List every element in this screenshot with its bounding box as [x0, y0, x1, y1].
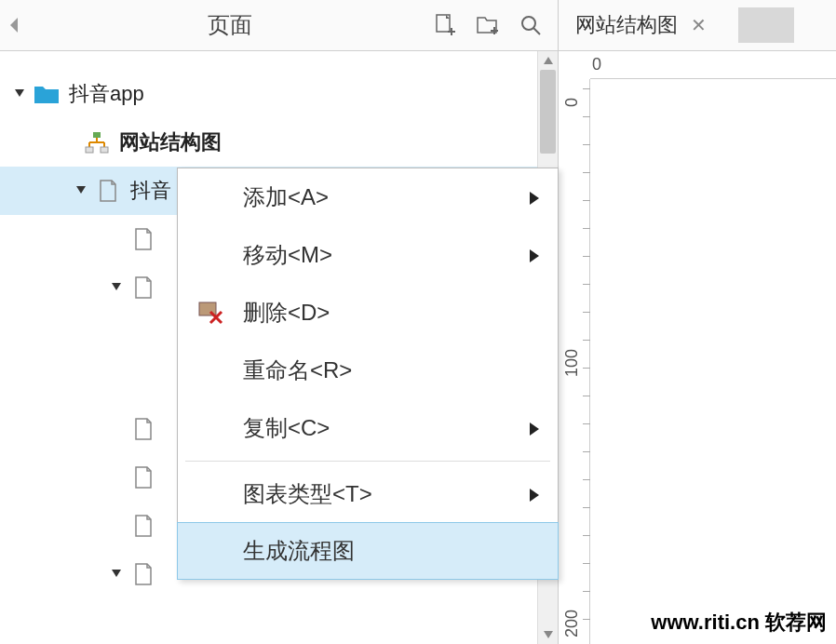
watermark-text: www.riti.cn 软荐网 [651, 609, 827, 637]
page-icon [130, 226, 156, 252]
tree-item-label: 网站结构图 [119, 128, 222, 156]
svg-rect-9 [93, 132, 101, 138]
svg-rect-15 [101, 147, 108, 153]
svg-marker-19 [544, 57, 553, 64]
svg-rect-14 [86, 147, 93, 153]
tree-sitemap-item[interactable]: 网站结构图 [0, 118, 558, 167]
panel-collapse-arrow[interactable] [0, 16, 28, 34]
svg-marker-22 [530, 249, 539, 262]
menu-move[interactable]: 移动<M> [178, 226, 558, 284]
svg-marker-0 [10, 18, 18, 33]
tree-root-item[interactable]: 抖音app [0, 70, 558, 118]
ruler-tick: 0 [562, 98, 582, 107]
scroll-down-arrow-icon[interactable] [538, 625, 558, 644]
inactive-tab[interactable] [738, 7, 794, 43]
menu-separator [185, 461, 550, 462]
tree-item-label: 抖音app [69, 80, 144, 108]
scroll-thumb[interactable] [540, 70, 556, 154]
page-icon [130, 513, 156, 539]
svg-marker-8 [15, 89, 24, 97]
canvas-tabs: 网站结构图 ✕ [559, 0, 836, 51]
context-menu: 添加<A> 移动<M> 删除<D> 重命名<R> [177, 168, 559, 580]
horizontal-ruler: 0 [590, 51, 836, 79]
expand-toggle-icon[interactable] [108, 279, 125, 296]
menu-item-label: 添加<A> [243, 182, 329, 212]
expand-toggle-icon[interactable] [73, 182, 89, 199]
svg-marker-24 [530, 423, 539, 436]
search-icon[interactable] [518, 12, 544, 38]
menu-item-label: 移动<M> [243, 240, 332, 270]
ruler-tick: 0 [592, 55, 601, 74]
submenu-arrow-icon [530, 184, 539, 210]
menu-generate-flowchart[interactable]: 生成流程图 [177, 522, 559, 580]
pages-panel: 页面 抖音app [0, 0, 559, 644]
page-icon [130, 464, 156, 490]
expand-toggle-icon[interactable] [108, 566, 125, 583]
close-tab-icon[interactable]: ✕ [691, 14, 707, 36]
canvas-panel: 网站结构图 ✕ 0 0 100 200 [559, 0, 836, 644]
svg-point-6 [522, 17, 535, 30]
add-page-icon[interactable] [432, 12, 458, 38]
svg-marker-21 [530, 192, 539, 205]
add-folder-icon[interactable] [475, 12, 501, 38]
menu-add[interactable]: 添加<A> [178, 168, 558, 226]
svg-marker-17 [112, 283, 121, 290]
submenu-arrow-icon [530, 415, 539, 441]
menu-item-label: 重命名<R> [243, 356, 352, 385]
scroll-up-arrow-icon[interactable] [538, 51, 558, 70]
sitemap-icon [84, 129, 110, 155]
canvas[interactable] [590, 79, 836, 644]
svg-marker-25 [530, 489, 539, 502]
menu-chart-type[interactable]: 图表类型<T> [178, 465, 558, 523]
pages-panel-header: 页面 [0, 0, 558, 51]
ruler-tick: 200 [562, 610, 582, 637]
active-tab-title[interactable]: 网站结构图 [575, 11, 678, 39]
menu-item-label: 图表类型<T> [243, 479, 372, 509]
svg-marker-20 [544, 631, 553, 638]
vertical-ruler: 0 100 200 [559, 79, 590, 644]
menu-item-label: 生成流程图 [243, 536, 355, 566]
submenu-arrow-icon [530, 481, 539, 507]
menu-item-label: 删除<D> [243, 298, 330, 328]
page-icon [130, 561, 156, 587]
menu-delete[interactable]: 删除<D> [178, 284, 558, 342]
panel-title: 页面 [28, 10, 432, 40]
submenu-arrow-icon [530, 242, 539, 268]
svg-line-7 [533, 28, 540, 34]
svg-marker-18 [112, 570, 121, 577]
page-icon [130, 416, 156, 442]
ruler-area: 0 0 100 200 [559, 51, 836, 644]
folder-icon [34, 81, 60, 107]
tree-item-label: 抖音 [130, 177, 171, 205]
page-icon [130, 275, 156, 301]
menu-copy[interactable]: 复制<C> [178, 399, 558, 457]
menu-rename[interactable]: 重命名<R> [178, 342, 558, 399]
ruler-tick: 100 [562, 349, 582, 377]
delete-icon [196, 299, 224, 327]
svg-marker-16 [76, 186, 86, 194]
page-icon [95, 178, 121, 204]
expand-toggle-icon[interactable] [11, 86, 28, 102]
menu-item-label: 复制<C> [243, 413, 330, 443]
